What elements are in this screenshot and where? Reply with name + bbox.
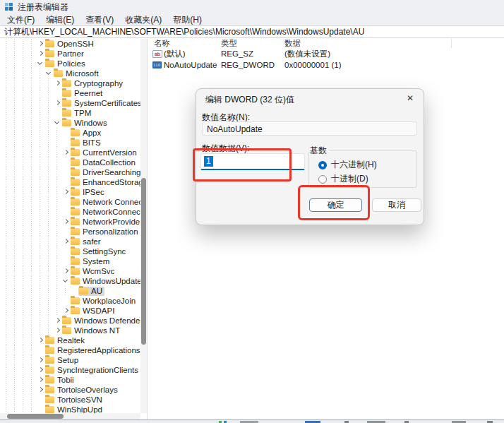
tree-item-network-connecti[interactable]: Network Connecti <box>0 197 140 207</box>
chevron-right-icon[interactable] <box>61 148 70 157</box>
menu-item-3[interactable]: 收藏夹(A) <box>119 14 167 25</box>
tree-item-personalization[interactable]: Personalization <box>0 227 140 237</box>
column-header-data[interactable]: 数据 <box>284 39 452 48</box>
tree-item-enhancedstorage[interactable]: EnhancedStorage <box>0 177 140 187</box>
tree-guide-line <box>19 118 28 128</box>
tree-item-networkconnectiv[interactable]: NetworkConnectiv <box>0 207 140 217</box>
chevron-right-icon[interactable] <box>53 78 61 88</box>
tree-item-wsdapi[interactable]: WSDAPI <box>0 306 140 316</box>
tree-item-windows-nt[interactable]: Windows NT <box>0 326 140 335</box>
tree-item-setup[interactable]: Setup <box>0 355 140 365</box>
chevron-right-icon[interactable] <box>61 266 70 276</box>
tree-item-policies[interactable]: Policies <box>0 59 140 68</box>
regedit-app-icon <box>5 3 13 11</box>
tree-item-safer[interactable]: safer <box>0 237 140 246</box>
close-icon[interactable]: ✕ <box>404 93 416 104</box>
radio-decimal[interactable]: 十进制(D) <box>318 173 368 185</box>
tree-item-au[interactable]: AU <box>0 286 140 296</box>
tree-guide-line <box>2 177 11 187</box>
tree-guide-line <box>36 197 44 207</box>
registry-tree: OpenSSHPartnerPoliciesMicrosoftCryptogra… <box>0 39 140 413</box>
address-bar-input[interactable]: 计算机\HKEY_LOCAL_MACHINE\SOFTWARE\Policies… <box>0 25 504 38</box>
tree-item-systemcertificates[interactable]: SystemCertificates <box>0 98 140 108</box>
tree-guide-line <box>36 138 44 148</box>
chevron-right-icon[interactable] <box>36 355 44 365</box>
chevron-right-icon[interactable] <box>61 237 70 246</box>
menu-item-4[interactable]: 帮助(H) <box>167 14 208 25</box>
menu-item-1[interactable]: 编辑(E) <box>40 14 80 25</box>
chevron-right-icon[interactable] <box>53 326 61 335</box>
tree-item-tobii[interactable]: Tobii <box>0 375 140 385</box>
tree-item-tortoisesvn[interactable]: TortoiseSVN <box>0 395 140 405</box>
chevron-right-icon[interactable] <box>61 306 70 316</box>
tree-item-windowsupdate[interactable]: WindowsUpdate <box>0 276 140 286</box>
tree-guide-line <box>11 227 19 237</box>
chevron-right-icon[interactable] <box>61 217 70 227</box>
tree-item-tortoiseoverlays[interactable]: TortoiseOverlays <box>0 385 140 395</box>
value-row-NoAutoUpdate[interactable]: NoAutoUpdateREG_DWORD0x00000001 (1) <box>148 59 504 71</box>
tree-item-label: TortoiseSVN <box>57 395 102 404</box>
tree-item-registeredapplications[interactable]: RegisteredApplications <box>0 345 140 355</box>
tree-guide-line <box>19 276 28 286</box>
tree-item-openssh[interactable]: OpenSSH <box>0 39 140 49</box>
tree-item-windows[interactable]: Windows <box>0 118 140 128</box>
tree-guide-line <box>19 316 28 326</box>
tree-horizontal-scrollbar[interactable] <box>0 413 140 419</box>
chevron-down-icon[interactable] <box>44 68 53 78</box>
chevron-right-icon[interactable] <box>53 98 61 108</box>
chevron-right-icon[interactable] <box>53 316 61 326</box>
chevron-right-icon[interactable] <box>36 385 44 395</box>
value-row-默认[interactable]: (默认)REG_SZ(数值未设置) <box>148 48 504 59</box>
tree-guide-line <box>11 335 19 345</box>
tree-vertical-scrollbar-thumb[interactable] <box>141 178 146 345</box>
cancel-button[interactable]: 取消 <box>372 198 421 212</box>
tree-horizontal-scrollbar-thumb[interactable] <box>7 414 64 419</box>
tree-item-winshipupd[interactable]: WinShipUpd <box>0 405 140 413</box>
tree-guide-line <box>36 167 44 177</box>
tree-vertical-scrollbar[interactable] <box>140 39 147 413</box>
chevron-down-icon[interactable] <box>53 118 61 128</box>
chevron-down-icon[interactable] <box>61 276 70 286</box>
chevron-right-icon[interactable] <box>36 335 44 345</box>
tree-guide-line <box>11 316 19 326</box>
tree-guide-line <box>19 187 28 197</box>
menu-item-2[interactable]: 查看(V) <box>80 14 119 25</box>
column-header-type[interactable]: 类型 <box>221 39 283 48</box>
tree-item-bits[interactable]: BITS <box>0 138 140 148</box>
chevron-right-icon[interactable] <box>36 39 44 49</box>
chevron-right-icon[interactable] <box>36 49 44 59</box>
column-header-name[interactable]: 名称 <box>154 39 215 48</box>
chevron-right-icon[interactable] <box>36 365 44 375</box>
tree-item-currentversion[interactable]: CurrentVersion <box>0 148 140 157</box>
tree-item-networkprovider[interactable]: NetworkProvider <box>0 217 140 227</box>
radio-button-icon[interactable] <box>318 175 327 184</box>
chevron-down-icon[interactable] <box>36 59 44 68</box>
tree-item-appx[interactable]: Appx <box>0 128 140 138</box>
chevron-right-icon[interactable] <box>61 187 70 197</box>
tree-item-settingsync[interactable]: SettingSync <box>0 246 140 256</box>
chevron-right-icon[interactable] <box>36 375 44 385</box>
tree-item-ipsec[interactable]: IPSec <box>0 187 140 197</box>
tree-item-partner[interactable]: Partner <box>0 49 140 59</box>
folder-icon <box>45 60 54 67</box>
folder-icon <box>62 80 71 87</box>
tree-item-driversearching[interactable]: DriverSearching <box>0 167 140 177</box>
tree-item-syncintegrationclients[interactable]: SyncIntegrationClients <box>0 365 140 375</box>
tree-item-wcmsvc[interactable]: WcmSvc <box>0 266 140 276</box>
radio-button-icon[interactable] <box>318 161 327 169</box>
menu-item-0[interactable]: 文件(F) <box>1 14 40 25</box>
tree-item-peernet[interactable]: Peernet <box>0 88 140 98</box>
tree-item-workplacejoin[interactable]: WorkplaceJoin <box>0 296 140 306</box>
tree-item-datacollection[interactable]: DataCollection <box>0 157 140 167</box>
tree-guide-line <box>11 59 19 68</box>
tree-guide-line <box>19 78 28 88</box>
tree-item-tpm[interactable]: TPM <box>0 108 140 118</box>
tree-item-windows-defender[interactable]: Windows Defender <box>0 316 140 326</box>
tree-item-cryptography[interactable]: Cryptography <box>0 78 140 88</box>
tree-item-realtek[interactable]: Realtek <box>0 335 140 345</box>
tree-guide-line <box>28 335 36 345</box>
tree-item-microsoft[interactable]: Microsoft <box>0 68 140 78</box>
tree-item-system[interactable]: System <box>0 256 140 266</box>
radio-hexadecimal[interactable]: 十六进制(H) <box>318 159 377 171</box>
tree-guide-line <box>19 395 28 405</box>
